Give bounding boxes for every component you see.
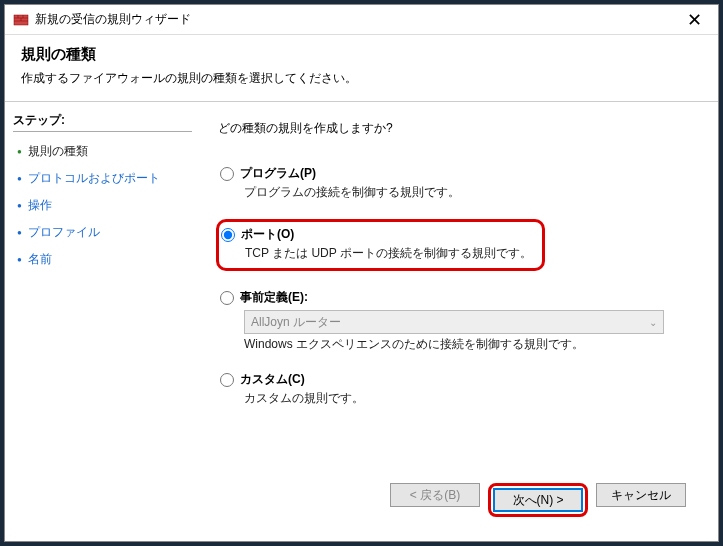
highlight-port: ポート(O) TCP または UDP ポートの接続を制御する規則です。 [216, 219, 545, 271]
firewall-icon [13, 12, 29, 28]
page-subtitle: 作成するファイアウォールの規則の種類を選択してください。 [21, 70, 702, 87]
step-label: 規則の種類 [28, 143, 88, 160]
radio-custom[interactable] [220, 373, 234, 387]
bullet-icon: ● [17, 174, 22, 183]
back-button: < 戻る(B) [390, 483, 480, 507]
next-button[interactable]: 次へ(N) > [493, 488, 583, 512]
question-text: どの種類の規則を作成しますか? [218, 120, 700, 137]
option-predefined-label: 事前定義(E): [240, 289, 308, 306]
steps-heading: ステップ: [13, 112, 192, 132]
step-name[interactable]: ●名前 [13, 246, 192, 273]
footer: < 戻る(B) 次へ(N) > キャンセル [218, 473, 700, 531]
header: 規則の種類 作成するファイアウォールの規則の種類を選択してください。 [5, 35, 718, 101]
chevron-down-icon: ⌄ [649, 317, 657, 328]
step-label: 操作 [28, 197, 52, 214]
step-label: 名前 [28, 251, 52, 268]
bullet-icon: ● [17, 255, 22, 264]
titlebar: 新規の受信の規則ウィザード ✕ [5, 5, 718, 35]
spacer [218, 425, 700, 473]
option-custom-label: カスタム(C) [240, 371, 305, 388]
option-custom-desc: カスタムの規則です。 [244, 390, 700, 407]
option-custom-row[interactable]: カスタム(C) [220, 371, 700, 388]
option-program-row[interactable]: プログラム(P) [220, 165, 700, 182]
step-profile[interactable]: ●プロファイル [13, 219, 192, 246]
main-panel: どの種類の規則を作成しますか? プログラム(P) プログラムの接続を制御する規則… [200, 102, 718, 541]
bullet-icon: ● [17, 147, 22, 156]
option-program-desc: プログラムの接続を制御する規則です。 [244, 184, 700, 201]
step-protocol-port[interactable]: ●プロトコルおよびポート [13, 165, 192, 192]
close-button[interactable]: ✕ [672, 6, 716, 34]
option-port: ポート(O) TCP または UDP ポートの接続を制御する規則です。 [218, 219, 700, 271]
radio-port[interactable] [221, 228, 235, 242]
radio-program[interactable] [220, 167, 234, 181]
highlight-next: 次へ(N) > [488, 483, 588, 517]
option-predefined: 事前定義(E): AllJoyn ルーター ⌄ Windows エクスペリエンス… [218, 289, 700, 353]
wizard-window: 新規の受信の規則ウィザード ✕ 規則の種類 作成するファイアウォールの規則の種類… [4, 4, 719, 542]
option-port-label: ポート(O) [241, 226, 294, 243]
step-rule-type[interactable]: ●規則の種類 [13, 138, 192, 165]
sidebar: ステップ: ●規則の種類 ●プロトコルおよびポート ●操作 ●プロファイル ●名… [5, 102, 200, 541]
bullet-icon: ● [17, 201, 22, 210]
option-predefined-row[interactable]: 事前定義(E): [220, 289, 700, 306]
bullet-icon: ● [17, 228, 22, 237]
option-program: プログラム(P) プログラムの接続を制御する規則です。 [218, 165, 700, 201]
step-action[interactable]: ●操作 [13, 192, 192, 219]
step-label: プロファイル [28, 224, 100, 241]
predefined-select-value: AllJoyn ルーター [251, 314, 341, 331]
predefined-select: AllJoyn ルーター ⌄ [244, 310, 664, 334]
step-label: プロトコルおよびポート [28, 170, 160, 187]
radio-predefined[interactable] [220, 291, 234, 305]
option-custom: カスタム(C) カスタムの規則です。 [218, 371, 700, 407]
option-port-desc: TCP または UDP ポートの接続を制御する規則です。 [245, 245, 532, 262]
cancel-button[interactable]: キャンセル [596, 483, 686, 507]
window-title: 新規の受信の規則ウィザード [35, 11, 672, 28]
page-title: 規則の種類 [21, 45, 702, 64]
option-program-label: プログラム(P) [240, 165, 316, 182]
option-port-row[interactable]: ポート(O) [221, 226, 532, 243]
option-predefined-desc: Windows エクスペリエンスのために接続を制御する規則です。 [244, 336, 700, 353]
body: ステップ: ●規則の種類 ●プロトコルおよびポート ●操作 ●プロファイル ●名… [5, 101, 718, 541]
